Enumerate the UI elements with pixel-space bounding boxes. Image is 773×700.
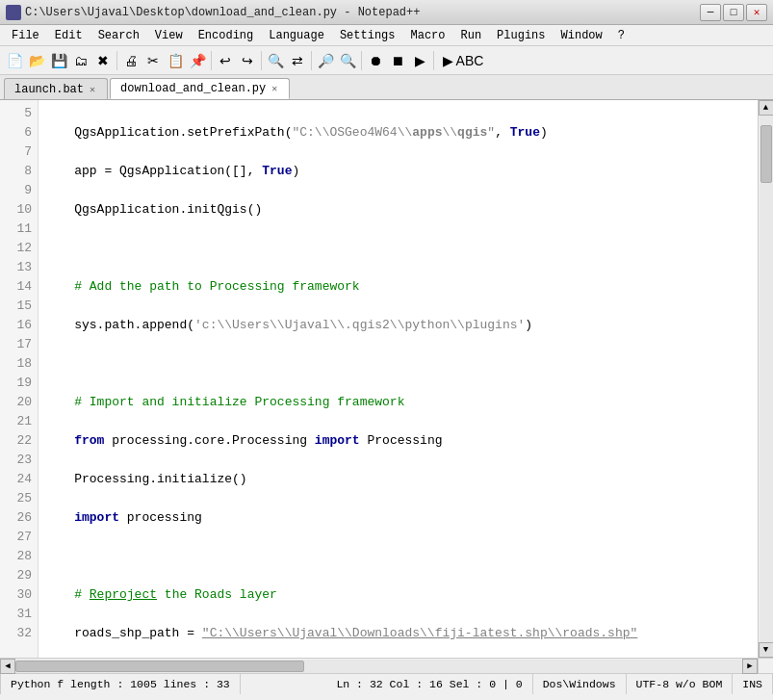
save-button[interactable]: 💾 (48, 50, 69, 71)
toolbar-separator-1 (116, 51, 117, 70)
find-button[interactable]: 🔍 (265, 50, 286, 71)
status-position-text: Ln : 32 Col : 16 Sel : 0 | 0 (336, 678, 522, 690)
code-line-12: # Import and initialize Processing frame… (44, 393, 752, 412)
code-line-17: # Reproject the Roads layer (44, 585, 752, 605)
toolbar-separator-4 (311, 51, 312, 70)
scroll-up-arrow[interactable]: ▲ (759, 100, 774, 116)
menu-language[interactable]: Language (261, 27, 332, 44)
scrollbar-horizontal[interactable]: ◀ ▶ (0, 659, 758, 673)
tab-label-launch: launch.bat (14, 83, 84, 96)
tab-close-download[interactable]: ✕ (270, 83, 279, 94)
code-line-5: QgsApplication.setPrefixPath("C:\\OSGeo4… (44, 123, 752, 143)
editor-container: 5 6 7 8 9 10 11 12 13 14 15 16 17 18 19 … (0, 100, 773, 658)
close-button2[interactable]: ✖ (92, 50, 114, 71)
title-bar: C:\Users\Ujaval\Desktop\download_and_cle… (0, 0, 773, 25)
cut-button[interactable]: ✂ (142, 50, 164, 71)
status-line-ending-text: Dos\Windows (543, 678, 616, 690)
scroll-thumb-horizontal[interactable] (15, 661, 304, 672)
title-text: C:\Users\Ujaval\Desktop\download_and_cle… (25, 6, 420, 19)
toolbar-separator-5 (361, 51, 362, 70)
zoom-in-button[interactable]: 🔎 (315, 50, 336, 71)
title-bar-left: C:\Users\Ujaval\Desktop\download_and_cle… (6, 5, 420, 20)
redo-button[interactable]: ↪ (237, 50, 258, 71)
status-mode-text: INS (742, 678, 762, 690)
open-button[interactable]: 📂 (26, 50, 47, 71)
spell-check-button[interactable]: ABC (459, 50, 480, 71)
tab-close-launch[interactable]: ✕ (88, 84, 97, 95)
scroll-track-vertical[interactable] (760, 116, 773, 642)
status-language-text: Python f length : 1005 lines : 33 (11, 678, 230, 690)
code-line-10: sys.path.append('c:\\Users\\Ujaval\\.qgi… (44, 316, 752, 335)
scroll-left-arrow[interactable]: ◀ (0, 659, 15, 674)
status-encoding-text: UTF-8 w/o BOM (636, 678, 723, 690)
menu-file[interactable]: File (4, 27, 47, 44)
code-line-15: import processing (44, 508, 752, 528)
menu-encoding[interactable]: Encoding (191, 27, 262, 44)
macro-stop-button[interactable]: ⏹ (387, 50, 408, 71)
code-line-6: app = QgsApplication([], True) (44, 162, 752, 181)
tabs-bar: launch.bat ✕ download_and_clean.py ✕ (0, 75, 773, 100)
minimize-button[interactable]: ─ (700, 4, 721, 21)
status-encoding: UTF-8 w/o BOM (627, 674, 734, 694)
scroll-track-horizontal[interactable] (15, 660, 742, 673)
code-line-16 (44, 547, 752, 566)
zoom-out-button[interactable]: 🔍 (337, 50, 358, 71)
menu-help[interactable]: ? (610, 27, 632, 44)
status-language: Python f length : 1005 lines : 33 (0, 674, 241, 694)
tab-label-download: download_and_clean.py (120, 82, 266, 95)
tab-launch-bat[interactable]: launch.bat ✕ (4, 78, 108, 99)
status-line-ending: Dos\Windows (533, 674, 627, 694)
code-display[interactable]: QgsApplication.setPrefixPath("C:\\OSGeo4… (39, 100, 758, 658)
code-line-18: roads_shp_path = "C:\\Users\\Ujaval\\Dow… (44, 624, 752, 643)
code-line-13: from processing.core.Processing import P… (44, 431, 752, 451)
maximize-button[interactable]: □ (723, 4, 744, 21)
window-controls: ─ □ ✕ (700, 4, 767, 21)
toolbar-separator-6 (433, 51, 434, 70)
code-line-11 (44, 354, 752, 374)
app-icon (6, 5, 21, 20)
code-line-14: Processing.initialize() (44, 470, 752, 489)
toolbar-separator-3 (261, 51, 262, 70)
menu-search[interactable]: Search (90, 27, 147, 44)
save-all-button[interactable]: 🗂 (70, 50, 91, 71)
scroll-thumb-vertical[interactable] (760, 125, 772, 183)
scrollbar-vertical[interactable]: ▲ ▼ (758, 100, 773, 658)
line-numbers: 5 6 7 8 9 10 11 12 13 14 15 16 17 18 19 … (0, 100, 39, 658)
menu-run[interactable]: Run (453, 27, 490, 44)
macro-record-button[interactable]: ⏺ (365, 50, 386, 71)
code-area[interactable]: QgsApplication.setPrefixPath("C:\\OSGeo4… (39, 100, 758, 658)
code-line-9: # Add the path to Processing framework (44, 277, 752, 297)
macro-play-button[interactable]: ▶ (409, 50, 430, 71)
paste-button[interactable]: 📌 (187, 50, 208, 71)
menu-window[interactable]: Window (554, 27, 610, 44)
menu-edit[interactable]: Edit (47, 27, 90, 44)
menu-bar: File Edit Search View Encoding Language … (0, 25, 773, 46)
print-button[interactable]: 🖨 (120, 50, 142, 71)
code-line-7: QgsApplication.initQgis() (44, 200, 752, 220)
toolbar-separator-2 (211, 51, 212, 70)
code-line-8 (44, 239, 752, 258)
tab-download-clean[interactable]: download_and_clean.py ✕ (110, 78, 290, 99)
undo-button[interactable]: ↩ (215, 50, 236, 71)
menu-view[interactable]: View (147, 27, 191, 44)
toolbar: 📄 📂 💾 🗂 ✖ 🖨 ✂ 📋 📌 ↩ ↪ 🔍 ⇄ 🔎 🔍 ⏺ ⏹ ▶ ▶ AB… (0, 46, 773, 75)
menu-plugins[interactable]: Plugins (489, 27, 553, 44)
new-button[interactable]: 📄 (4, 50, 25, 71)
copy-button[interactable]: 📋 (165, 50, 186, 71)
scrollbar-corner (758, 659, 773, 673)
menu-macro[interactable]: Macro (402, 27, 452, 44)
scroll-right-arrow[interactable]: ▶ (742, 659, 758, 674)
scrollbar-horizontal-container: ◀ ▶ (0, 658, 773, 673)
status-position: Ln : 32 Col : 16 Sel : 0 | 0 (326, 674, 532, 694)
close-button[interactable]: ✕ (746, 4, 767, 21)
scroll-down-arrow[interactable]: ▼ (759, 642, 774, 658)
status-mode: INS (733, 674, 773, 694)
status-bar-bottom: Python f length : 1005 lines : 33 Ln : 3… (0, 673, 773, 694)
menu-settings[interactable]: Settings (332, 27, 403, 44)
replace-button[interactable]: ⇄ (287, 50, 308, 71)
